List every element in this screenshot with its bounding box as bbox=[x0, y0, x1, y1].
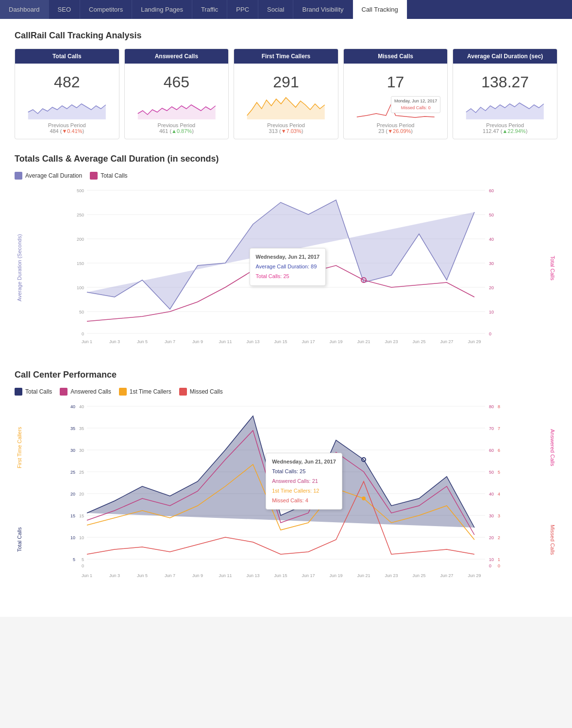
stat-value-total-calls: 482 bbox=[20, 73, 114, 91]
svg-text:25: 25 bbox=[70, 470, 75, 475]
stat-value-first-time-callers: 291 bbox=[239, 73, 333, 91]
svg-text:40: 40 bbox=[79, 404, 84, 409]
svg-text:Jun 25: Jun 25 bbox=[412, 573, 425, 578]
mini-chart-missed-calls: Monday, Jun 12, 2017 Missed Calls: 0 bbox=[349, 95, 443, 119]
svg-text:5: 5 bbox=[82, 557, 84, 562]
svg-text:Jun 3: Jun 3 bbox=[109, 573, 120, 578]
svg-text:Jun 23: Jun 23 bbox=[385, 339, 398, 344]
svg-text:35: 35 bbox=[79, 426, 84, 431]
svg-text:Jun 21: Jun 21 bbox=[357, 339, 370, 344]
svg-text:Jun 7: Jun 7 bbox=[165, 339, 175, 344]
stat-card-missed-calls: Missed Calls 17 Monday, Jun 12, 2017 Mis… bbox=[343, 49, 448, 139]
svg-text:20: 20 bbox=[489, 535, 494, 540]
stat-body-answered-calls: 465 Previous Period 461 (▲0.87%) bbox=[125, 64, 229, 139]
svg-text:70: 70 bbox=[489, 426, 494, 431]
stat-body-missed-calls: 17 Monday, Jun 12, 2017 Missed Calls: 0 … bbox=[344, 64, 448, 139]
legend-box-avg-duration bbox=[15, 172, 22, 180]
svg-text:Jun 27: Jun 27 bbox=[440, 573, 453, 578]
stat-value-answered-calls: 465 bbox=[130, 73, 224, 91]
mini-chart-answered-calls bbox=[130, 95, 224, 119]
legend-total-calls: Total Calls bbox=[90, 172, 127, 180]
svg-marker-3 bbox=[466, 103, 544, 119]
legend2-box-answered bbox=[60, 388, 67, 396]
svg-text:40: 40 bbox=[489, 492, 494, 496]
svg-text:Jun 21: Jun 21 bbox=[357, 573, 370, 578]
svg-marker-25 bbox=[87, 200, 474, 309]
page-title: CallRail Call Tracking Analysis bbox=[15, 31, 557, 41]
chart1-y-right: Total Calls bbox=[548, 185, 557, 350]
svg-text:60: 60 bbox=[489, 448, 494, 453]
svg-text:35: 35 bbox=[70, 426, 75, 431]
nav-item-seo[interactable]: SEO bbox=[49, 0, 80, 19]
svg-text:500: 500 bbox=[77, 188, 84, 193]
svg-text:Jun 15: Jun 15 bbox=[274, 339, 287, 344]
svg-point-87 bbox=[362, 496, 366, 500]
nav-item-competitors[interactable]: Competitors bbox=[80, 0, 132, 19]
stat-card-first-time-callers: First Time Callers 291 Previous Period 3… bbox=[234, 49, 338, 139]
svg-text:20: 20 bbox=[70, 492, 75, 496]
nav-item-dashboard[interactable]: Dashboard bbox=[0, 0, 49, 19]
svg-text:10: 10 bbox=[489, 310, 494, 314]
chart2-y-left-group: First Time Callers Total Calls bbox=[15, 401, 32, 586]
chart1-section: Totals Calls & Average Call Duration (in… bbox=[15, 154, 557, 350]
legend2-box-first-time bbox=[119, 388, 127, 396]
svg-text:40: 40 bbox=[70, 404, 75, 409]
svg-text:60: 60 bbox=[489, 188, 494, 193]
stat-header-total-calls: Total Calls bbox=[15, 49, 119, 64]
svg-text:0: 0 bbox=[82, 563, 84, 568]
svg-text:Jun 5: Jun 5 bbox=[137, 339, 148, 344]
stat-prev-avg-duration: Previous Period 112.47 (▲22.94%) bbox=[458, 122, 552, 134]
stat-value-avg-duration: 138.27 bbox=[458, 73, 552, 91]
missed-calls-tooltip: Monday, Jun 12, 2017 Missed Calls: 0 bbox=[391, 96, 440, 113]
chart2-y-left2: Total Calls bbox=[15, 494, 32, 586]
svg-text:Jun 17: Jun 17 bbox=[302, 339, 315, 344]
chart2-y-right2: Missed Calls bbox=[540, 494, 557, 586]
svg-text:0: 0 bbox=[82, 331, 84, 336]
svg-text:15: 15 bbox=[70, 513, 75, 518]
stat-prev-total-calls: Previous Period 484 (▼0.41%) bbox=[20, 122, 114, 134]
legend2-answered: Answered Calls bbox=[60, 388, 111, 396]
stat-card-avg-duration: Average Call Duration (sec) 138.27 Previ… bbox=[453, 49, 557, 139]
nav-item-call-tracking[interactable]: Call Tracking bbox=[353, 0, 407, 19]
svg-text:Jun 29: Jun 29 bbox=[468, 339, 481, 344]
svg-text:Jun 13: Jun 13 bbox=[246, 573, 259, 578]
legend2-label-first-time: 1st Time Callers bbox=[130, 388, 171, 395]
svg-text:10: 10 bbox=[70, 535, 75, 540]
svg-text:6: 6 bbox=[498, 448, 500, 453]
svg-text:Jun 25: Jun 25 bbox=[412, 339, 425, 344]
mini-chart-total-calls bbox=[20, 95, 114, 119]
svg-text:Jun 5: Jun 5 bbox=[137, 573, 148, 578]
svg-marker-2 bbox=[247, 98, 325, 119]
navigation: DashboardSEOCompetitorsLanding PagesTraf… bbox=[0, 0, 572, 19]
svg-text:Jun 13: Jun 13 bbox=[246, 339, 259, 344]
svg-text:2: 2 bbox=[498, 535, 500, 540]
svg-text:5: 5 bbox=[498, 470, 500, 475]
svg-text:30: 30 bbox=[489, 261, 494, 266]
legend-label-total-calls: Total Calls bbox=[101, 172, 127, 179]
nav-item-brand-visibility[interactable]: Brand Visibility bbox=[293, 0, 353, 19]
svg-text:50: 50 bbox=[79, 310, 84, 314]
svg-text:Jun 29: Jun 29 bbox=[468, 573, 481, 578]
nav-item-traffic[interactable]: Traffic bbox=[192, 0, 227, 19]
svg-text:Jun 7: Jun 7 bbox=[165, 573, 175, 578]
svg-text:15: 15 bbox=[79, 513, 84, 518]
chart2-section: Call Center Performance Total Calls Answ… bbox=[15, 370, 557, 586]
chart2-title: Call Center Performance bbox=[15, 370, 557, 380]
legend-label-avg-duration: Average Call Duration bbox=[25, 172, 82, 179]
svg-text:0: 0 bbox=[489, 563, 491, 568]
svg-text:7: 7 bbox=[498, 426, 500, 431]
svg-text:10: 10 bbox=[489, 557, 494, 562]
stat-header-avg-duration: Average Call Duration (sec) bbox=[453, 49, 557, 64]
svg-text:Jun 27: Jun 27 bbox=[440, 339, 453, 344]
svg-text:80: 80 bbox=[489, 404, 494, 409]
stat-value-missed-calls: 17 bbox=[349, 73, 443, 91]
nav-item-ppc[interactable]: PPC bbox=[227, 0, 258, 19]
nav-item-social[interactable]: Social bbox=[258, 0, 293, 19]
nav-item-landing-pages[interactable]: Landing Pages bbox=[132, 0, 192, 19]
stat-body-total-calls: 482 Previous Period 484 (▼0.41%) bbox=[15, 64, 119, 139]
svg-text:100: 100 bbox=[77, 285, 84, 290]
svg-text:3: 3 bbox=[498, 513, 500, 518]
chart1-y-left: Average Duration (Seconds) bbox=[15, 185, 24, 350]
svg-text:Jun 3: Jun 3 bbox=[109, 339, 120, 344]
stat-prev-answered-calls: Previous Period 461 (▲0.87%) bbox=[130, 122, 224, 134]
